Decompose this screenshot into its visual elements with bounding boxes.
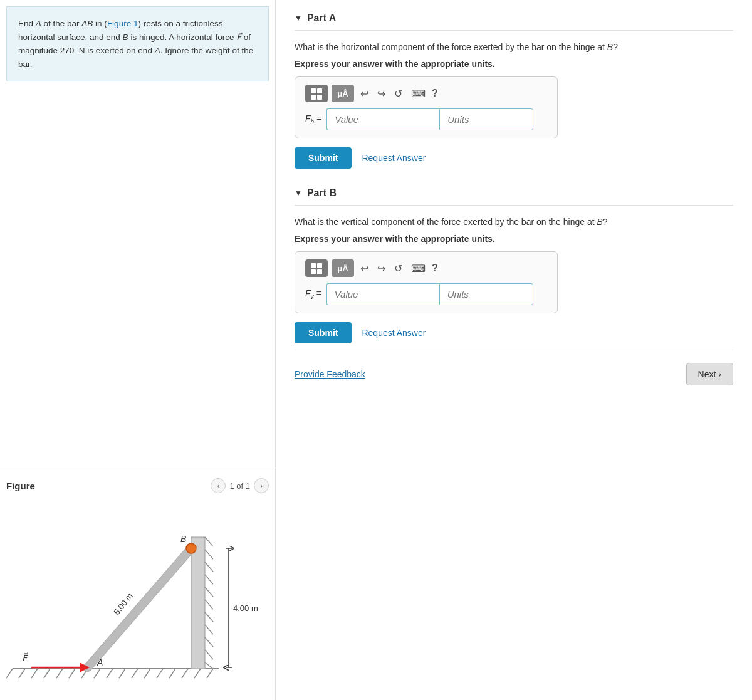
svg-text:A: A <box>97 657 103 667</box>
problem-statement: End A of the bar AB in (Figure 1) rests … <box>6 6 269 81</box>
part-b-answer-box: μÅ ↩ ↪ ↺ ⌨ ? Fv = <box>295 251 558 313</box>
svg-line-24 <box>205 600 213 609</box>
part-b-help-button[interactable]: ? <box>432 263 438 274</box>
svg-rect-42 <box>311 88 316 93</box>
svg-line-6 <box>69 669 75 678</box>
svg-line-11 <box>132 669 138 678</box>
part-b-reset-button[interactable]: ↺ <box>392 261 405 276</box>
mu-icon-b: μÅ <box>337 264 348 273</box>
part-a-submit-button[interactable]: Submit <box>295 147 352 169</box>
chevron-right-icon: › <box>260 482 263 489</box>
part-a-section: ▼ Part A What is the horizontal componen… <box>295 6 733 169</box>
part-a-units-input[interactable] <box>439 108 533 130</box>
svg-line-26 <box>205 625 213 634</box>
figure-section: Figure ‹ 1 of 1 › <box>0 468 275 700</box>
part-b-mu-button[interactable]: μÅ <box>332 259 354 277</box>
part-b-units-input[interactable] <box>439 283 533 305</box>
svg-rect-44 <box>311 95 316 100</box>
svg-line-22 <box>205 575 213 584</box>
svg-line-19 <box>205 537 213 546</box>
part-b-request-answer-link[interactable]: Request Answer <box>362 328 426 338</box>
bottom-bar: Provide Feedback Next › <box>295 350 733 392</box>
part-b-field-label: Fv = <box>305 288 321 300</box>
chevron-left-icon: ‹ <box>217 482 220 489</box>
part-b-question: What is the vertical component of the fo… <box>295 216 733 229</box>
part-b-value-input[interactable] <box>326 283 439 305</box>
part-b-keyboard-button[interactable]: ⌨ <box>409 261 428 276</box>
svg-line-9 <box>107 669 113 678</box>
svg-line-29 <box>205 662 213 669</box>
part-a-header: ▼ Part A <box>295 6 733 31</box>
part-a-help-button[interactable]: ? <box>432 88 438 99</box>
svg-text:4.00 m: 4.00 m <box>233 603 258 613</box>
svg-line-16 <box>194 669 201 678</box>
svg-line-21 <box>205 562 213 572</box>
svg-line-3 <box>31 669 38 678</box>
figure-nav: ‹ 1 of 1 › <box>211 478 269 493</box>
part-b-toggle[interactable]: ▼ <box>295 189 302 197</box>
svg-line-28 <box>205 650 213 659</box>
svg-rect-48 <box>311 269 316 274</box>
svg-rect-47 <box>317 263 322 268</box>
next-chevron-icon: › <box>718 369 721 379</box>
part-a-mu-button[interactable]: μÅ <box>332 85 354 102</box>
part-a-title: Part A <box>307 13 337 24</box>
part-b-instruction: Express your answer with the appropriate… <box>295 234 733 244</box>
part-a-question: What is the horizontal component of the … <box>295 41 733 54</box>
svg-line-31 <box>88 548 191 667</box>
part-b-header: ▼ Part B <box>295 181 733 206</box>
figure-title: Figure <box>6 481 35 491</box>
part-a-actions: Submit Request Answer <box>295 147 733 169</box>
part-a-grid-button[interactable] <box>305 85 328 102</box>
part-b-section: ▼ Part B What is the vertical component … <box>295 181 733 343</box>
part-b-undo-button[interactable]: ↩ <box>358 261 371 276</box>
part-b-input-row: Fv = <box>305 283 547 305</box>
part-a-toggle[interactable]: ▼ <box>295 14 302 23</box>
svg-text:F⃗: F⃗ <box>22 652 28 663</box>
svg-line-25 <box>205 612 213 622</box>
figure-page-count: 1 of 1 <box>229 481 250 491</box>
svg-line-8 <box>94 669 100 678</box>
svg-line-27 <box>205 637 213 647</box>
svg-line-1 <box>6 669 13 678</box>
part-a-request-answer-link[interactable]: Request Answer <box>362 153 426 163</box>
svg-line-20 <box>205 550 213 559</box>
figure-next-button[interactable]: › <box>254 478 269 493</box>
svg-text:B: B <box>180 534 186 544</box>
part-b-submit-button[interactable]: Submit <box>295 322 352 343</box>
svg-line-2 <box>19 669 25 678</box>
part-a-value-input[interactable] <box>326 108 439 130</box>
figure-link[interactable]: Figure 1 <box>107 19 138 28</box>
part-a-input-row: Fh = <box>305 108 547 130</box>
part-a-field-label: Fh = <box>305 113 321 125</box>
part-a-toolbar: μÅ ↩ ↪ ↺ ⌨ ? <box>305 85 547 102</box>
provide-feedback-link[interactable]: Provide Feedback <box>295 369 365 379</box>
part-a-keyboard-button[interactable]: ⌨ <box>409 86 428 101</box>
part-a-redo-button[interactable]: ↪ <box>375 86 388 101</box>
svg-line-5 <box>56 669 63 678</box>
figure-canvas: A B 5.00 m <box>6 499 269 694</box>
part-b-redo-button[interactable]: ↪ <box>375 261 388 276</box>
part-b-grid-button[interactable] <box>305 259 328 277</box>
part-b-toolbar: μÅ ↩ ↪ ↺ ⌨ ? <box>305 259 547 277</box>
part-a-instruction: Express your answer with the appropriate… <box>295 59 733 69</box>
part-a-undo-button[interactable]: ↩ <box>358 86 371 101</box>
svg-line-17 <box>207 669 213 678</box>
svg-line-15 <box>182 669 188 678</box>
mu-icon: μÅ <box>337 89 348 98</box>
svg-line-10 <box>119 669 125 678</box>
svg-rect-49 <box>317 269 322 274</box>
svg-rect-45 <box>317 95 322 100</box>
part-a-answer-box: μÅ ↩ ↪ ↺ ⌨ ? Fh = <box>295 76 558 138</box>
svg-line-13 <box>157 669 163 678</box>
svg-line-14 <box>169 669 175 678</box>
part-a-reset-button[interactable]: ↺ <box>392 86 405 101</box>
svg-line-23 <box>205 587 213 597</box>
svg-rect-43 <box>317 88 322 93</box>
figure-prev-button[interactable]: ‹ <box>211 478 226 493</box>
svg-rect-46 <box>311 263 316 268</box>
svg-line-12 <box>144 669 150 678</box>
svg-line-4 <box>44 669 50 678</box>
next-button[interactable]: Next › <box>686 363 733 385</box>
svg-point-32 <box>186 543 196 553</box>
